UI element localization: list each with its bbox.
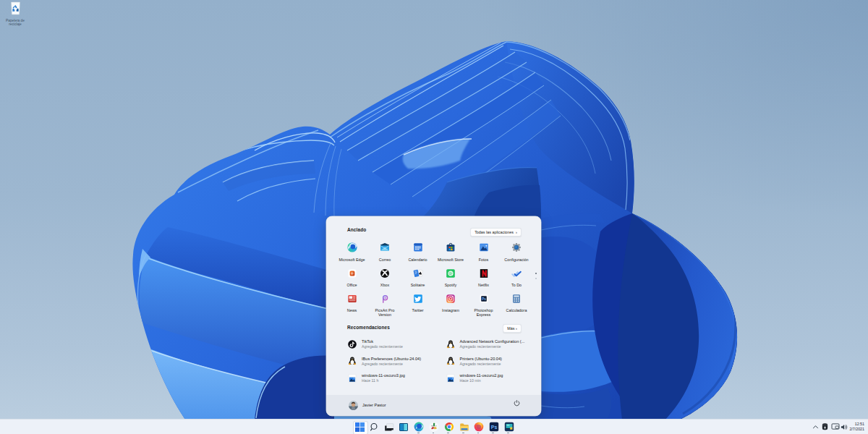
svg-text:Ps: Ps	[482, 297, 486, 300]
svg-text:Ps: Ps	[490, 425, 497, 430]
